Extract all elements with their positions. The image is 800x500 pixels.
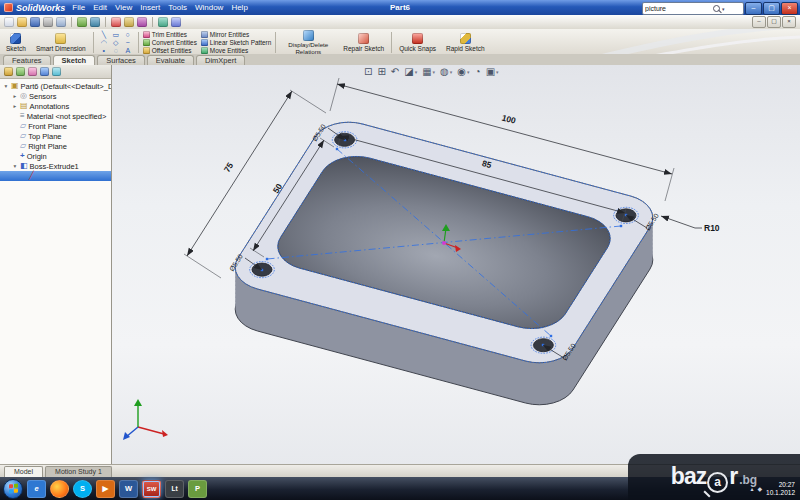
save-icon[interactable] bbox=[30, 17, 40, 27]
line-entity-icon[interactable]: ╲ bbox=[98, 31, 110, 39]
configurationmanager-tab-icon[interactable] bbox=[28, 67, 37, 76]
tree-item-part[interactable]: ▾ ▣ Part6 (Default<<Default>_Disp bbox=[0, 81, 111, 91]
search-icon[interactable] bbox=[713, 5, 720, 12]
tab-model[interactable]: Model bbox=[4, 466, 43, 477]
polygon-entity-icon[interactable]: ◇ bbox=[110, 39, 122, 47]
dim-corner-radius[interactable]: R10 bbox=[704, 223, 720, 233]
taskbar-firefox-icon[interactable] bbox=[50, 480, 69, 498]
trim-entities-button[interactable]: Trim Entities bbox=[143, 31, 197, 38]
menu-tools[interactable]: Tools bbox=[168, 3, 187, 12]
tree-item-top-plane[interactable]: ▱ Top Plane bbox=[0, 131, 111, 141]
menu-file[interactable]: File bbox=[72, 3, 85, 12]
redo-icon[interactable] bbox=[90, 17, 100, 27]
edit-color-icon[interactable] bbox=[137, 17, 147, 27]
menu-window[interactable]: Window bbox=[195, 3, 223, 12]
spline-entity-icon[interactable]: ~ bbox=[122, 39, 134, 47]
close-button[interactable]: × bbox=[781, 2, 798, 15]
taskbar-solidworks-icon[interactable]: SW bbox=[142, 480, 161, 498]
dim-outer-height[interactable]: 75 bbox=[222, 160, 236, 174]
rapid-sketch-button[interactable]: Rapid Sketch bbox=[443, 30, 488, 55]
magnifier-letter-icon: a bbox=[707, 472, 728, 493]
doc-minimize-button[interactable]: – bbox=[752, 16, 766, 28]
move-entities-icon bbox=[201, 47, 208, 54]
rapid-sketch-icon bbox=[460, 33, 471, 44]
network-icon[interactable]: ▴ bbox=[750, 485, 753, 492]
rebuild-icon[interactable] bbox=[111, 17, 121, 27]
offset-entities-button[interactable]: Offset Entities bbox=[143, 47, 197, 54]
sketch-button[interactable]: Sketch bbox=[3, 30, 29, 55]
tree-item-boss-extrude[interactable]: ▾ ◧ Boss-Extrude1 bbox=[0, 161, 111, 171]
quick-snaps-button[interactable]: Quick Snaps bbox=[396, 30, 439, 55]
tree-item-right-plane[interactable]: ▱ Right Plane bbox=[0, 141, 111, 151]
open-icon[interactable] bbox=[17, 17, 27, 27]
help-icon[interactable] bbox=[171, 17, 181, 27]
menu-edit[interactable]: Edit bbox=[93, 3, 107, 12]
tree-item-sketch1[interactable]: ╱ bbox=[0, 171, 111, 181]
tree-item-front-plane[interactable]: ▱ Front Plane bbox=[0, 121, 111, 131]
dim-outer-width[interactable]: 100 bbox=[501, 112, 518, 125]
featuremanager-panel: ▾ ▣ Part6 (Default<<Default>_Disp ▸ ◎ Se… bbox=[0, 65, 112, 465]
zoom-fit-button[interactable]: ⊡ bbox=[364, 66, 372, 77]
menu-view[interactable]: View bbox=[115, 3, 132, 12]
propertymanager-tab-icon[interactable] bbox=[16, 67, 25, 76]
taskbar-skype-icon[interactable]: S bbox=[73, 480, 92, 498]
taskbar-clock[interactable]: 20:27 10.1.2012 bbox=[766, 481, 795, 496]
section-view-button[interactable]: ◪▾ bbox=[404, 66, 417, 77]
rectangle-entity-icon[interactable]: ▭ bbox=[110, 31, 122, 39]
volume-icon[interactable]: ◆ bbox=[757, 485, 762, 492]
taskbar-media-player-icon[interactable]: ▶ bbox=[96, 480, 115, 498]
undo-icon[interactable] bbox=[77, 17, 87, 27]
search-input[interactable] bbox=[645, 4, 711, 13]
new-icon[interactable] bbox=[4, 17, 14, 27]
edit-appearance-button[interactable]: ◔ bbox=[475, 66, 481, 77]
previous-view-button[interactable]: ↶ bbox=[391, 66, 399, 77]
display-style-button[interactable]: ◍▾ bbox=[440, 66, 452, 77]
featuremanager-tab-icon[interactable] bbox=[4, 67, 13, 76]
tree-item-sensors[interactable]: ▸ ◎ Sensors bbox=[0, 91, 111, 101]
tree-item-label: Origin bbox=[27, 152, 47, 161]
options-icon[interactable] bbox=[124, 17, 134, 27]
search-dropdown-icon[interactable]: ▾ bbox=[722, 6, 725, 12]
tree-item-origin[interactable]: + Origin bbox=[0, 151, 111, 161]
taskbar-internet-explorer-icon[interactable]: e bbox=[27, 480, 46, 498]
mirror-entities-button[interactable]: Mirror Entities bbox=[201, 31, 271, 38]
taskbar-autocad-lt-icon[interactable]: Lt bbox=[165, 480, 184, 498]
linear-sketch-pattern-button[interactable]: Linear Sketch Pattern bbox=[201, 39, 271, 46]
graphics-viewport[interactable]: ⊡ ⊞ ↶ ◪▾ ▦▾ ◍▾ ◉▾ ◔ ▣▾ bbox=[112, 65, 800, 465]
expander-icon[interactable]: ▾ bbox=[3, 83, 9, 89]
expander-icon[interactable]: ▸ bbox=[12, 103, 18, 109]
expander-icon[interactable]: ▾ bbox=[12, 163, 18, 169]
tree-item-material[interactable]: ≡ Material <not specified> bbox=[0, 111, 111, 121]
menu-help[interactable]: Help bbox=[231, 3, 247, 12]
tree-item-annotations[interactable]: ▸ ▤ Annotations bbox=[0, 101, 111, 111]
view-orientation-button[interactable]: ▦▾ bbox=[422, 66, 435, 77]
model-view[interactable]: 100 85 75 50 bbox=[112, 65, 800, 465]
taskbar-paint-icon[interactable]: P bbox=[188, 480, 207, 498]
circle-entity-icon[interactable]: ○ bbox=[122, 31, 134, 39]
doc-close-button[interactable]: × bbox=[782, 16, 796, 28]
arc-entity-icon[interactable]: ◠ bbox=[98, 39, 110, 47]
doc-restore-button[interactable]: ▢ bbox=[767, 16, 781, 28]
hide-show-items-button[interactable]: ◉▾ bbox=[457, 66, 469, 77]
repair-sketch-button[interactable]: Repair Sketch bbox=[340, 30, 387, 55]
menu-insert[interactable]: Insert bbox=[140, 3, 160, 12]
dimxpertmanager-tab-icon[interactable] bbox=[40, 67, 49, 76]
print-icon[interactable] bbox=[43, 17, 53, 27]
display-delete-relations-button[interactable]: Display/Delete Relations bbox=[280, 30, 336, 55]
smart-dimension-button[interactable]: Smart Dimension bbox=[33, 30, 89, 55]
measure-icon[interactable] bbox=[158, 17, 168, 27]
chevron-down-icon: ▾ bbox=[450, 69, 453, 75]
zoom-area-button[interactable]: ⊞ bbox=[377, 66, 385, 77]
taskbar-word-icon[interactable]: W bbox=[119, 480, 138, 498]
apply-scene-button[interactable]: ▣▾ bbox=[486, 66, 499, 77]
move-entities-button[interactable]: Move Entities bbox=[201, 47, 271, 54]
dimension-radius[interactable]: R10 bbox=[661, 216, 720, 233]
minimize-button[interactable]: – bbox=[745, 2, 762, 15]
displaymanager-tab-icon[interactable] bbox=[52, 67, 61, 76]
convert-entities-button[interactable]: Convert Entities bbox=[143, 39, 197, 46]
maximize-button[interactable]: ▢ bbox=[763, 2, 780, 15]
expander-icon[interactable]: ▸ bbox=[12, 93, 18, 99]
print-preview-icon[interactable] bbox=[56, 17, 66, 27]
start-button[interactable] bbox=[3, 479, 23, 499]
tab-motion-study[interactable]: Motion Study 1 bbox=[45, 466, 112, 477]
